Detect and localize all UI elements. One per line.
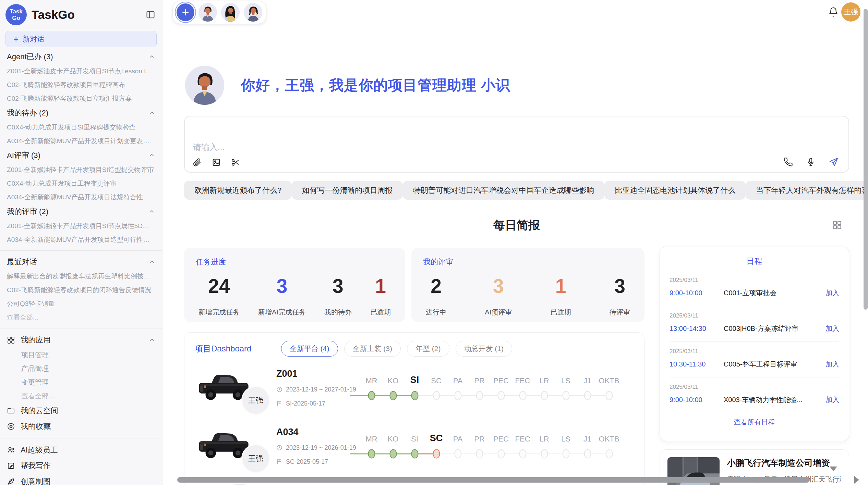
section-my-todo[interactable]: 我的待办 (2) bbox=[0, 105, 162, 121]
milestone: SI bbox=[404, 373, 425, 402]
event-join-link[interactable]: 加入 bbox=[825, 395, 839, 405]
phone-call-icon[interactable] bbox=[783, 157, 793, 167]
session-avatar-2[interactable] bbox=[221, 3, 240, 22]
milestone-label: OKTB bbox=[599, 373, 619, 385]
dashboard-filter-tab[interactable]: 动总开发 (1) bbox=[456, 341, 513, 357]
sidebar-task-item[interactable]: A034-全新新能源MUV产品开发项目法规符合性评审 bbox=[0, 190, 162, 204]
project-row[interactable]: 王强 A034 2023-12-19 ~ 2026-01-19 SC-2025-… bbox=[195, 425, 634, 467]
project-row[interactable]: 王强 Z001 2023-12-19 ~ 2027-01-19 SI-2025-… bbox=[195, 367, 634, 409]
sidebar-item-my-apps[interactable]: 我的应用 bbox=[0, 332, 162, 348]
sidebar-item-ai-super-staff[interactable]: AI超级员工 bbox=[0, 442, 162, 458]
event-join-link[interactable]: 加入 bbox=[825, 324, 839, 333]
image-icon[interactable] bbox=[212, 158, 221, 167]
project-flag-date: SI-2025-05-17 bbox=[286, 400, 325, 407]
add-session-button[interactable]: + bbox=[177, 3, 194, 21]
send-icon[interactable] bbox=[829, 157, 839, 167]
view-all-schedule-link[interactable]: 查看所有日程 bbox=[670, 418, 839, 427]
sidebar-recent-chat-item[interactable]: 解释最新出台的欧盟报废车法规再生塑料比例被调至15%... bbox=[0, 270, 162, 283]
sidebar-app-item[interactable]: 项目管理 bbox=[0, 348, 162, 362]
milestone: MR bbox=[361, 431, 382, 461]
milestone-label: MR bbox=[365, 373, 377, 385]
section-title: AI评审 (3) bbox=[7, 150, 40, 161]
notifications-bell-icon[interactable] bbox=[828, 7, 839, 17]
sidebar-collapse-icon[interactable] bbox=[144, 9, 157, 21]
stat-item: 3 我的待办 bbox=[324, 275, 352, 317]
event-title: C003|H0B-方案冻结评审 bbox=[724, 324, 821, 333]
suggestion-chip[interactable]: 比亚迪全固态电池计划具体说了什么 bbox=[604, 181, 746, 200]
sidebar-task-item[interactable]: A034-全新新能源MUV产品开发项目计划变更表编写 bbox=[0, 134, 162, 148]
new-chat-label: 新对话 bbox=[23, 34, 44, 44]
apps-view-all-link[interactable]: 查看全部... bbox=[0, 389, 162, 403]
milestone-label: MR bbox=[365, 431, 377, 444]
attachment-icon[interactable] bbox=[192, 158, 202, 167]
event-date: 2025/03/11 bbox=[670, 312, 839, 319]
event-date: 2025/03/11 bbox=[670, 348, 839, 355]
sidebar-task-item[interactable]: C02-飞腾新能源轻客改款项目立项汇报方案 bbox=[0, 92, 162, 105]
event-time: 10:30-11:30 bbox=[670, 360, 724, 368]
sidebar-task-item[interactable]: C0X4-动力总成开发项目工程变更评审 bbox=[0, 177, 162, 190]
sidebar-task-item[interactable]: A034-全新新能源MUV产品开发项目造型可行性评审 bbox=[0, 233, 162, 247]
milestone-dot bbox=[519, 391, 526, 400]
milestone-dot bbox=[389, 391, 397, 400]
scroll-right-arrow-icon[interactable] bbox=[854, 476, 859, 484]
milestone-label: SC bbox=[430, 431, 443, 444]
scissors-icon[interactable] bbox=[231, 158, 240, 167]
message-input[interactable]: 请输入... bbox=[184, 116, 849, 173]
microphone-icon[interactable] bbox=[806, 157, 816, 167]
sidebar-item-creative-drawing[interactable]: 创意制图 bbox=[0, 474, 162, 485]
sidebar-task-item[interactable]: C02-飞腾新能源轻客改款项目里程碑画布 bbox=[0, 78, 162, 92]
suggestion-chip[interactable]: 如何写一份清晰的项目周报 bbox=[292, 181, 403, 200]
project-owner-badge: 王强 bbox=[241, 444, 270, 473]
sidebar-task-item[interactable]: C0X4-动力总成开发项目SI里程碑提交物检查 bbox=[0, 121, 162, 134]
clock-icon bbox=[276, 386, 282, 393]
section-my-review[interactable]: 我的评审 (2) bbox=[0, 204, 162, 219]
sidebar-item-cloud-space[interactable]: 我的云空间 bbox=[0, 403, 162, 419]
event-join-link[interactable]: 加入 bbox=[825, 360, 839, 369]
stat-value: 3 bbox=[277, 275, 288, 297]
schedule-card: 日程 2025/03/11 9:00-10:00 C001-立项审批会 加入 2… bbox=[660, 247, 849, 441]
suggestion-chip[interactable]: 特朗普可能对进口汽车增税会对中国车企造成哪些影响 bbox=[403, 181, 604, 200]
sidebar-app-item[interactable]: 产品管理 bbox=[0, 362, 162, 375]
section-recent-chats[interactable]: 最近对话 bbox=[0, 254, 162, 270]
assistant-avatar bbox=[185, 66, 224, 105]
milestone: SC bbox=[425, 373, 447, 402]
suggestion-chip[interactable]: 欧洲新规最近颁布了什么? bbox=[184, 181, 292, 200]
user-avatar[interactable]: 王强 bbox=[841, 2, 860, 22]
event-join-link[interactable]: 加入 bbox=[825, 288, 839, 298]
session-avatar-3[interactable] bbox=[244, 3, 262, 22]
sidebar-recent-chat-item[interactable]: C02-飞腾新能源轻客改款项目的闭环通告反馈情况 bbox=[0, 283, 162, 297]
milestone-label: SI bbox=[411, 431, 418, 444]
section-agent-done[interactable]: Agent已办 (3) bbox=[0, 49, 162, 64]
new-chat-button[interactable]: + 新对话 bbox=[5, 31, 157, 47]
milestone: FEC bbox=[512, 373, 533, 402]
milestone-label: J1 bbox=[583, 373, 591, 385]
sidebar-item-help-me-write[interactable]: 帮我写作 bbox=[0, 458, 162, 474]
dashboard-filter-tab[interactable]: 年型 (2) bbox=[407, 341, 449, 357]
sidebar-task-item[interactable]: Z001-全新燃油轻卡产品开发项目SI节点属性5D文件评审 bbox=[0, 219, 162, 233]
scroll-down-arrow-icon[interactable] bbox=[830, 467, 837, 471]
milestone-label: J1 bbox=[583, 431, 591, 444]
cloud-space-label: 我的云空间 bbox=[21, 406, 58, 416]
vertical-scrollbar[interactable] bbox=[864, 9, 868, 310]
sidebar-recent-chat-item[interactable]: 公司Q3轻卡销量 bbox=[0, 297, 162, 311]
session-avatar-1[interactable] bbox=[198, 3, 217, 22]
section-title: Agent已办 (3) bbox=[7, 52, 53, 62]
my-apps-label: 我的应用 bbox=[21, 335, 51, 345]
feather-icon bbox=[7, 477, 15, 485]
section-ai-review[interactable]: AI评审 (3) bbox=[0, 148, 162, 163]
sidebar-task-item[interactable]: Z001-全新燃油皮卡产品开发项目SI节点Lesson Learn报告 bbox=[0, 64, 162, 78]
dashboard-filter-tab[interactable]: 全新上装 (3) bbox=[344, 341, 401, 357]
suggestion-chip[interactable]: 当下年轻人对汽车外观有怎样的喜好趋势 bbox=[746, 181, 868, 200]
milestone-dot bbox=[454, 449, 461, 459]
milestone: J1 bbox=[577, 431, 598, 461]
stat-value: 1 bbox=[375, 275, 386, 297]
horizontal-scrollbar[interactable] bbox=[177, 477, 810, 483]
input-placeholder: 请输入... bbox=[193, 142, 225, 153]
stat-item: 3 新增AI完成任务 bbox=[258, 275, 306, 317]
dashboard-filter-tab[interactable]: 全新平台 (4) bbox=[281, 341, 338, 357]
layout-grid-icon[interactable] bbox=[832, 220, 842, 230]
sidebar-task-item[interactable]: Z001-全新燃油轻卡产品开发项目SI造型提交物评审 bbox=[0, 163, 162, 177]
sidebar-item-favorites[interactable]: 我的收藏 bbox=[0, 419, 162, 434]
sidebar-app-item[interactable]: 变更管理 bbox=[0, 375, 162, 389]
recent-view-all-link[interactable]: 查看全部... bbox=[0, 311, 162, 324]
